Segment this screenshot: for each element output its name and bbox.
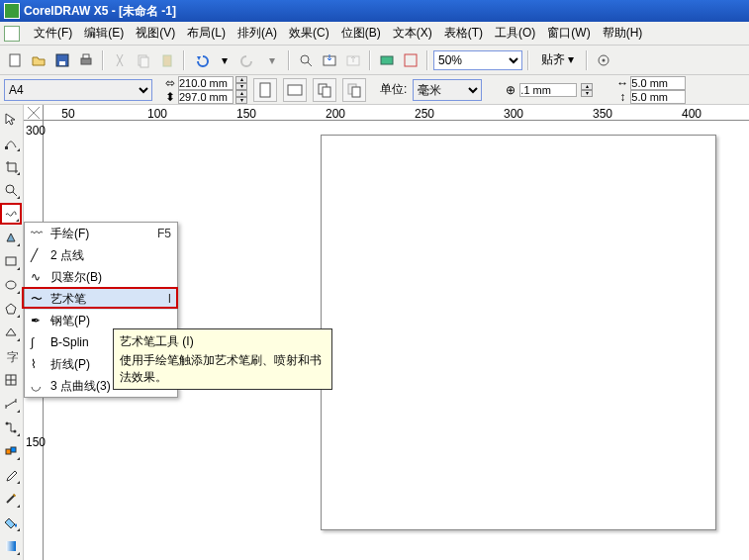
unit-select[interactable]: 毫米 bbox=[413, 79, 482, 101]
separator bbox=[288, 50, 290, 70]
landscape-button[interactable] bbox=[283, 78, 307, 102]
connector-tool[interactable] bbox=[0, 417, 22, 438]
property-bar: A4 ⬄▴▾ ⬍▴▾ 单位: 毫米 ⊕ ▴▾ ↔ ↕ bbox=[0, 75, 749, 105]
tooltip-body: 使用手绘笔触添加艺术笔刷、喷射和书法效果。 bbox=[120, 352, 326, 386]
menu-text[interactable]: 文本(X) bbox=[387, 22, 438, 45]
flyout-label: 钢笔(P) bbox=[50, 313, 171, 329]
export-button[interactable] bbox=[342, 49, 364, 71]
zoom-select[interactable]: 50% bbox=[433, 50, 522, 70]
svg-rect-4 bbox=[83, 54, 89, 58]
fill-tool[interactable] bbox=[0, 512, 22, 533]
menu-layout[interactable]: 布局(L) bbox=[181, 22, 232, 45]
save-button[interactable] bbox=[51, 49, 73, 71]
snap-button[interactable]: 贴齐 ▾ bbox=[534, 49, 581, 71]
search-button[interactable] bbox=[295, 49, 317, 71]
freehand-tool[interactable] bbox=[0, 203, 22, 225]
zoom-tool[interactable] bbox=[0, 179, 22, 201]
current-page-button[interactable] bbox=[342, 78, 366, 102]
spinner[interactable]: ▴▾ bbox=[581, 83, 593, 97]
svg-rect-16 bbox=[260, 83, 270, 97]
polygon-tool[interactable] bbox=[0, 298, 22, 320]
eyedropper-tool[interactable] bbox=[0, 464, 22, 486]
page-height-input[interactable] bbox=[178, 90, 234, 104]
basic-shapes-tool[interactable] bbox=[0, 322, 22, 343]
undo-dropdown[interactable]: ▾ bbox=[214, 49, 235, 71]
title-bar: CorelDRAW X5 - [未命名 -1] bbox=[0, 0, 749, 22]
redo-button[interactable] bbox=[237, 49, 259, 71]
print-button[interactable] bbox=[75, 49, 97, 71]
menu-arrange[interactable]: 排列(A) bbox=[232, 22, 283, 45]
dimension-tool[interactable] bbox=[0, 393, 22, 415]
cut-button[interactable] bbox=[109, 49, 131, 71]
separator bbox=[102, 50, 104, 70]
ellipse-tool[interactable] bbox=[0, 274, 22, 296]
bspline-icon: ∫ bbox=[31, 335, 50, 349]
portrait-button[interactable] bbox=[253, 78, 277, 102]
ruler-origin[interactable] bbox=[24, 105, 44, 121]
menu-view[interactable]: 视图(V) bbox=[130, 22, 181, 45]
copy-button[interactable] bbox=[133, 49, 154, 71]
new-button[interactable] bbox=[4, 49, 26, 71]
page-width-input[interactable] bbox=[178, 76, 234, 90]
svg-line-31 bbox=[6, 401, 16, 407]
menu-table[interactable]: 表格(T) bbox=[438, 22, 489, 45]
flyout-item-freehand[interactable]: 〰手绘(F)F5 bbox=[25, 223, 177, 244]
flyout-shortcut: I bbox=[168, 292, 171, 306]
welcome-button[interactable] bbox=[400, 49, 421, 71]
text-tool[interactable]: 字 bbox=[0, 345, 22, 367]
horizontal-ruler[interactable]: 50100150200250300350400 bbox=[44, 105, 749, 121]
menu-edit[interactable]: 编辑(E) bbox=[78, 22, 130, 45]
paper-size-select[interactable]: A4 bbox=[4, 79, 152, 101]
menu-help[interactable]: 帮助(H) bbox=[597, 22, 649, 45]
width-icon: ⬄ bbox=[164, 76, 176, 90]
dup-x-input[interactable] bbox=[630, 76, 686, 90]
menu-file[interactable]: 文件(F) bbox=[28, 22, 78, 45]
separator bbox=[426, 50, 428, 70]
nudge-input[interactable] bbox=[519, 83, 577, 97]
undo-button[interactable] bbox=[190, 49, 212, 71]
separator bbox=[369, 50, 371, 70]
import-button[interactable] bbox=[319, 49, 340, 71]
svg-rect-35 bbox=[11, 447, 16, 452]
interactive-fill-tool[interactable] bbox=[0, 535, 22, 557]
options-button[interactable] bbox=[593, 49, 614, 71]
rectangle-tool[interactable] bbox=[0, 250, 22, 272]
page[interactable] bbox=[321, 135, 716, 530]
all-pages-button[interactable] bbox=[313, 78, 336, 102]
smart-fill-tool[interactable] bbox=[0, 227, 22, 248]
outline-tool[interactable] bbox=[0, 488, 22, 510]
flyout-item-bezier[interactable]: ∿贝塞尔(B) bbox=[25, 266, 177, 288]
separator bbox=[586, 50, 588, 70]
crop-tool[interactable] bbox=[0, 155, 22, 177]
window-title: CorelDRAW X5 - [未命名 -1] bbox=[24, 3, 176, 20]
redo-dropdown[interactable]: ▾ bbox=[261, 49, 283, 71]
menu-effects[interactable]: 效果(C) bbox=[283, 22, 335, 45]
pen-icon: ✒ bbox=[31, 314, 50, 327]
interactive-blend-tool[interactable] bbox=[0, 440, 22, 462]
freehand-icon: 〰 bbox=[31, 227, 50, 240]
svg-line-9 bbox=[308, 62, 312, 66]
svg-rect-21 bbox=[352, 87, 360, 97]
svg-rect-25 bbox=[6, 257, 16, 265]
two-point-icon: ╱ bbox=[31, 248, 50, 262]
spinner[interactable]: ▴▾ bbox=[235, 76, 247, 90]
open-button[interactable] bbox=[28, 49, 49, 71]
table-tool[interactable] bbox=[0, 369, 22, 391]
dup-y-icon: ↕ bbox=[616, 90, 628, 104]
shape-tool[interactable] bbox=[0, 132, 22, 153]
flyout-item-two-point[interactable]: ╱2 点线 bbox=[25, 244, 177, 266]
svg-point-23 bbox=[6, 185, 14, 193]
paste-button[interactable] bbox=[156, 49, 178, 71]
flyout-label: 贝塞尔(B) bbox=[50, 269, 171, 286]
dup-y-input[interactable] bbox=[630, 90, 686, 104]
menu-bitmaps[interactable]: 位图(B) bbox=[335, 22, 387, 45]
tooltip: 艺术笔工具 (I) 使用手绘笔触添加艺术笔刷、喷射和书法效果。 bbox=[113, 328, 332, 390]
app-launcher-button[interactable] bbox=[376, 49, 398, 71]
pick-tool[interactable] bbox=[0, 108, 22, 130]
menu-tools[interactable]: 工具(O) bbox=[489, 22, 541, 45]
menu-window[interactable]: 窗口(W) bbox=[541, 22, 596, 45]
svg-point-26 bbox=[6, 281, 16, 289]
flyout-label: 艺术笔 bbox=[50, 291, 168, 308]
flyout-item-artistic[interactable]: 〜艺术笔I bbox=[25, 288, 177, 310]
spinner[interactable]: ▴▾ bbox=[235, 90, 247, 104]
